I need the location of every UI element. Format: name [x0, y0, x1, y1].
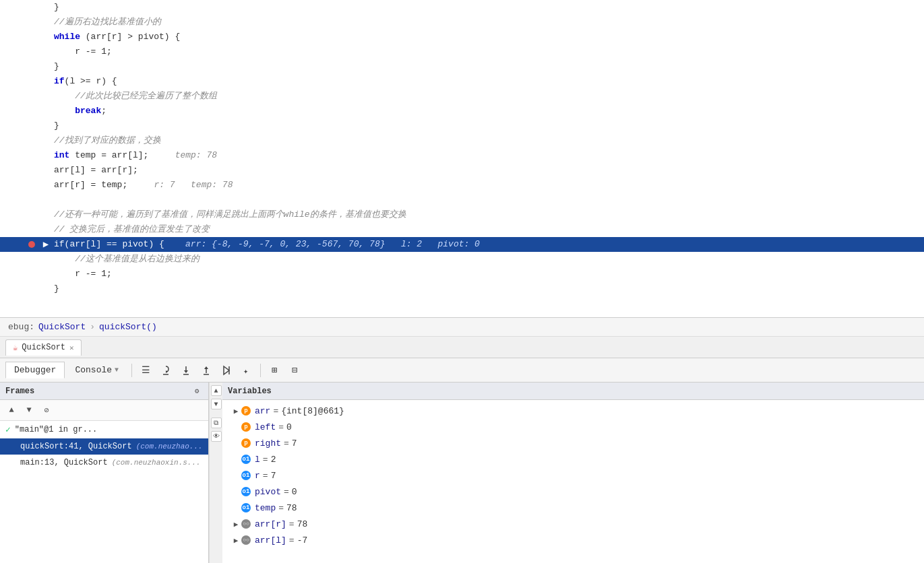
variable-name: left [255, 422, 276, 432]
code-line: arr[l] = arr[r]; [0, 163, 924, 178]
variable-value: 2 [271, 455, 276, 465]
breadcrumb-sep: › [90, 322, 95, 332]
variable-expand-icon[interactable]: ▶ [230, 520, 241, 529]
frames-header-icons: ⚙ [191, 385, 203, 397]
frame-item[interactable]: main:13, QuickSort (com.neuzhaoxin.s... [0, 455, 208, 471]
variable-item[interactable]: ▶○○arr[r] = 78 [222, 516, 924, 532]
frame-down-btn[interactable]: ▼ [22, 403, 36, 418]
code-editor: }//遍历右边找比基准值小的while (arr[r] > pivot) { r… [0, 0, 924, 318]
variable-type-badge: o1 [241, 471, 251, 480]
variable-value: 0 [292, 487, 297, 497]
variable-equals: = [263, 471, 268, 481]
code-text: //遍历右边找比基准值小的 [51, 15, 924, 30]
variables-panel: Variables ▶parr = {int[8]@661} pleft = 0… [222, 383, 924, 563]
frame-check-icon: ✓ [5, 424, 11, 435]
variable-expand-icon[interactable]: ▶ [230, 536, 241, 545]
variable-item[interactable]: ▶parr = {int[8]@661} [222, 403, 924, 419]
toolbar-separator [131, 364, 132, 377]
step-out-btn[interactable] [197, 362, 216, 379]
variable-equals: = [273, 406, 278, 416]
code-text: arr[l] = arr[r]; [51, 163, 924, 178]
variable-item[interactable]: o1r = 7 [222, 467, 924, 484]
step-into-btn[interactable] [177, 362, 195, 379]
frames-panel: Frames ⚙ ▲ ▼ ⊘ ✓"main"@1 in gr...quickSo… [0, 383, 209, 563]
variables-header: Variables [222, 383, 924, 400]
variable-value: 0 [286, 422, 292, 432]
breakpoints-table-btn[interactable]: ⊞ [265, 362, 284, 379]
scroll-up-btn[interactable]: ▲ [211, 385, 222, 396]
code-text: } [51, 119, 924, 133]
variable-type-badge: p [241, 406, 251, 416]
svg-marker-8 [224, 366, 229, 374]
code-line: arr[r] = temp; r: 7 temp: 78 [0, 178, 924, 193]
variable-equals: = [289, 535, 295, 545]
variable-item[interactable]: ▶○○arr[l] = -7 [222, 532, 924, 548]
variable-item[interactable]: pright = 7 [222, 435, 924, 451]
code-text: arr[r] = temp; r: 7 temp: 78 [51, 178, 924, 193]
variable-type-badge: ○○ [241, 519, 251, 529]
run-to-cursor-btn[interactable] [217, 362, 236, 379]
breadcrumb-method[interactable]: quickSort() [99, 322, 157, 332]
show-frames-btn[interactable]: ☰ [136, 362, 155, 379]
code-line: } [0, 282, 924, 296]
frames-list: ✓"main"@1 in gr...quickSort:41, QuickSor… [0, 421, 208, 471]
code-text: r -= 1; [51, 44, 924, 59]
variable-value: 7 [271, 471, 276, 481]
scroll-down-btn[interactable]: ▼ [211, 399, 222, 409]
variable-item[interactable]: pleft = 0 [222, 419, 924, 435]
variable-equals: = [289, 519, 295, 529]
variable-item[interactable]: o1pivot = 0 [222, 484, 924, 500]
frame-secondary-label: (com.neuzhaoxin.s... [112, 459, 201, 467]
step-over-btn[interactable] [156, 362, 175, 379]
debug-value: temp: 78 [154, 150, 217, 160]
code-text: break; [51, 104, 924, 119]
svg-marker-3 [184, 370, 188, 373]
variable-equals: = [278, 503, 284, 513]
variable-type-badge: o1 [241, 487, 251, 496]
variable-item[interactable]: o1l = 2 [222, 451, 924, 467]
frame-up-btn[interactable]: ▲ [4, 403, 19, 418]
tab-close-btn[interactable]: ✕ [69, 343, 74, 352]
variable-equals: = [284, 487, 289, 497]
copy-btn[interactable]: ⧉ [211, 418, 222, 428]
breadcrumb: ebug: QuickSort › quickSort() [0, 318, 924, 337]
variable-name: temp [255, 503, 276, 513]
tab-debugger[interactable]: Debugger [5, 362, 65, 378]
variable-name: arr[r] [255, 519, 286, 529]
evaluate-btn[interactable]: ✦ [237, 362, 256, 379]
code-text: if(l >= r) { [51, 74, 924, 89]
variable-expand-icon[interactable]: ▶ [230, 407, 241, 416]
watch-btn[interactable]: 👁 [211, 431, 222, 442]
frames-toolbar: ▲ ▼ ⊘ [0, 400, 208, 421]
variable-item[interactable]: o1temp = 78 [222, 500, 924, 516]
variable-value: 7 [292, 438, 297, 449]
variable-value: {int[8]@661} [281, 406, 344, 416]
tab-label: QuickSort [22, 343, 65, 352]
code-line: //遍历右边找比基准值小的 [0, 15, 924, 30]
code-text: int temp = arr[l]; temp: 78 [51, 148, 924, 163]
code-line: //此次比较已经完全遍历了整个数组 [0, 89, 924, 104]
tab-console[interactable]: Console ▼ [66, 362, 127, 378]
breadcrumb-class[interactable]: QuickSort [38, 322, 86, 332]
frame-item[interactable]: quickSort:41, QuickSort (com.neuzhao... [0, 438, 208, 455]
frames-settings-icon[interactable]: ⚙ [191, 385, 203, 397]
variable-value: 78 [297, 519, 308, 529]
frame-item[interactable]: ✓"main"@1 in gr... [0, 421, 208, 438]
code-line: while (arr[r] > pivot) { [0, 30, 924, 44]
frame-filter-btn[interactable]: ⊘ [39, 403, 54, 418]
code-text: //还有一种可能，遍历到了基准值，同样满足跳出上面两个while的条件，基准值也… [51, 207, 924, 222]
variables-title: Variables [228, 387, 272, 396]
scroll-controls: ▲ ▼ ⧉ 👁 [209, 383, 222, 563]
code-line: //这个基准值是从右边换过来的 [0, 252, 924, 267]
variable-type-badge: ○○ [241, 535, 251, 545]
svg-marker-6 [204, 366, 208, 369]
tab-quicksort[interactable]: ☕ QuickSort ✕ [5, 339, 82, 356]
code-line: } [0, 119, 924, 133]
code-line: //找到了对应的数据，交换 [0, 133, 924, 148]
frame-label: main:13, QuickSort [20, 458, 108, 467]
debug-value: r: 7 temp: 78 [133, 180, 233, 190]
code-text: } [51, 59, 924, 74]
threads-btn[interactable]: ⊟ [285, 362, 304, 379]
variable-value: 78 [286, 503, 297, 513]
code-line: } [0, 0, 924, 15]
